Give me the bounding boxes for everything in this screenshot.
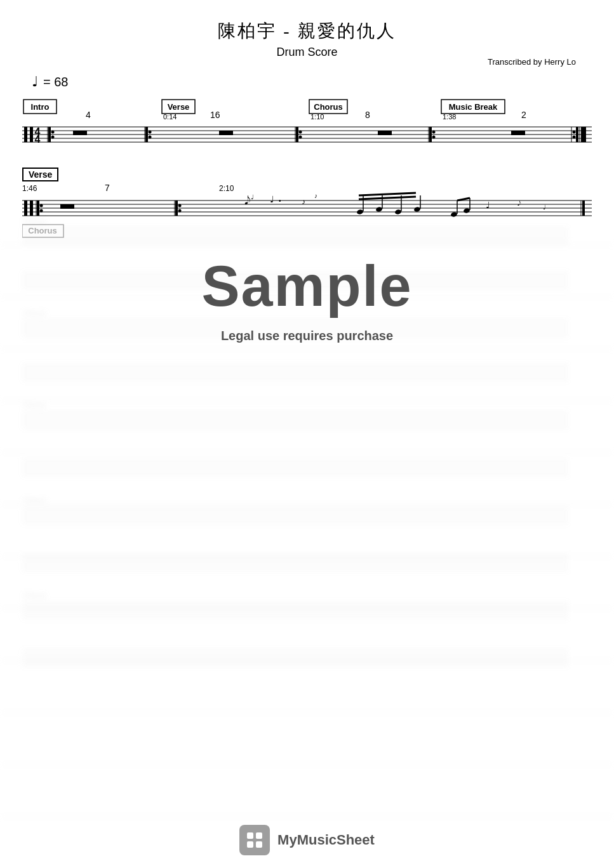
- svg-point-80: [413, 206, 420, 212]
- svg-rect-49: [581, 127, 586, 142]
- svg-rect-66: [175, 201, 178, 216]
- svg-point-31: [149, 131, 152, 134]
- footer-logo: [239, 825, 270, 855]
- footer: MyMusicSheet: [0, 825, 614, 855]
- svg-point-45: [573, 131, 576, 134]
- svg-line-73: [359, 197, 416, 199]
- verse2-label: Verse: [22, 168, 58, 181]
- svg-text:1:10: 1:10: [310, 113, 324, 121]
- svg-point-32: [149, 136, 152, 139]
- svg-point-76: [375, 206, 382, 212]
- svg-text:♩: ♩: [543, 204, 546, 211]
- svg-rect-58: [24, 201, 27, 216]
- svg-rect-35: [296, 127, 298, 142]
- svg-text:𝅘𝅥𝅮: 𝅘𝅥𝅮: [517, 201, 521, 206]
- svg-text:2:10: 2:10: [219, 184, 234, 193]
- svg-point-37: [299, 136, 302, 139]
- blurred-svg: Chorus Chorus: [22, 216, 592, 850]
- svg-point-27: [51, 136, 55, 139]
- svg-rect-20: [24, 127, 27, 142]
- svg-text:0:14: 0:14: [163, 113, 177, 121]
- system1: Intro Verse 0:14 16 4 Chorus 1:10 8 Musi…: [22, 96, 592, 162]
- svg-rect-155: [256, 841, 262, 848]
- svg-point-41: [432, 131, 436, 134]
- header: 陳柏宇 - 親愛的仇人 Drum Score: [0, 0, 614, 62]
- svg-text:4: 4: [86, 110, 91, 120]
- page: 陳柏宇 - 親愛的仇人 Drum Score Transcribed by He…: [0, 0, 614, 868]
- svg-rect-59: [30, 201, 33, 216]
- svg-rect-38: [378, 131, 392, 135]
- svg-point-36: [299, 131, 302, 134]
- svg-text:Chorus: Chorus: [314, 102, 343, 112]
- svg-text:♪: ♪: [314, 192, 317, 199]
- svg-point-46: [573, 136, 576, 139]
- svg-text:•: •: [279, 197, 281, 204]
- svg-text:Intro: Intro: [31, 102, 50, 112]
- svg-text:Chorus: Chorus: [23, 496, 46, 504]
- svg-text:Chorus: Chorus: [23, 217, 46, 225]
- svg-rect-40: [429, 127, 432, 142]
- svg-point-26: [51, 131, 55, 134]
- svg-rect-30: [145, 127, 148, 142]
- svg-text:♩: ♩: [270, 194, 274, 204]
- svg-rect-43: [511, 131, 525, 135]
- svg-text:Verse: Verse: [168, 102, 190, 112]
- footer-brand: MyMusicSheet: [277, 832, 375, 848]
- svg-text:♪: ♪: [302, 197, 305, 206]
- svg-text:16: 16: [210, 110, 220, 120]
- svg-rect-154: [247, 841, 253, 848]
- svg-rect-61: [37, 201, 39, 216]
- svg-rect-33: [219, 131, 233, 135]
- svg-point-67: [178, 204, 182, 207]
- svg-rect-152: [247, 832, 253, 839]
- tempo-value: = 68: [43, 75, 68, 89]
- title-chinese: 陳柏宇 - 親愛的仇人: [0, 19, 614, 43]
- svg-rect-64: [60, 204, 74, 209]
- svg-point-63: [40, 209, 43, 213]
- svg-rect-153: [256, 832, 262, 839]
- svg-text:Chorus: Chorus: [23, 401, 46, 409]
- svg-point-42: [432, 136, 436, 139]
- svg-point-78: [394, 209, 401, 214]
- svg-text:7: 7: [105, 183, 110, 193]
- svg-text:8: 8: [365, 110, 370, 120]
- svg-rect-47: [576, 127, 578, 142]
- system1-svg: Intro Verse 0:14 16 4 Chorus 1:10 8 Musi…: [22, 96, 592, 160]
- svg-rect-94: [582, 201, 585, 216]
- svg-text:Chorus: Chorus: [23, 591, 46, 599]
- svg-point-74: [356, 209, 363, 214]
- svg-text:♩: ♩: [486, 200, 490, 210]
- svg-rect-25: [48, 127, 51, 142]
- svg-point-62: [40, 204, 43, 207]
- svg-text:♩: ♩: [251, 194, 254, 201]
- svg-text:1:38: 1:38: [443, 113, 456, 121]
- svg-point-68: [178, 209, 182, 213]
- svg-line-72: [359, 193, 416, 195]
- logo-icon: [244, 830, 265, 850]
- blurred-score: Chorus Chorus: [0, 216, 614, 868]
- svg-text:1:46: 1:46: [22, 184, 37, 193]
- svg-point-85: [463, 207, 470, 213]
- svg-text:Music Break: Music Break: [449, 102, 498, 112]
- transcribed-by: Transcribed by Herry Lo: [488, 57, 576, 67]
- svg-line-84: [457, 198, 470, 201]
- svg-text:Chorus: Chorus: [23, 309, 46, 317]
- svg-text:4: 4: [35, 134, 41, 145]
- svg-text:2: 2: [521, 110, 526, 120]
- note-icon: ♩: [32, 74, 38, 90]
- svg-rect-21: [30, 127, 33, 142]
- svg-rect-28: [73, 131, 87, 135]
